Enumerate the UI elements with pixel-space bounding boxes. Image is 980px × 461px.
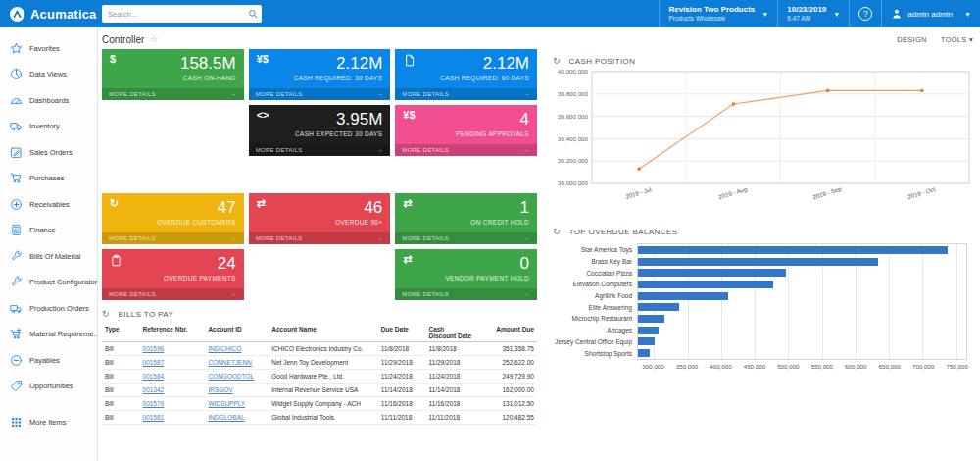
sidebar-item-more-items[interactable]: More Items [0,409,97,435]
sidebar-item-inventory[interactable]: Inventory [0,114,97,140]
table-row: Bill001596INDICHICOICHICO Electronics In… [102,342,537,356]
bar[interactable] [638,303,679,311]
sidebar-item-production-orders[interactable]: Production Orders [0,295,97,322]
sidebar-item-purchases[interactable]: Purchases [0,166,97,192]
reference-link[interactable]: 001596 [143,345,165,352]
arrow-right-icon: → [524,291,530,297]
sidebar-item-label: Inventory [29,122,60,130]
tile-value: 47 [102,193,244,216]
kpi-tile-grid-top: $158.5MCASH ON-HANDMORE DETAILS→¥$2.12MC… [102,49,537,156]
refresh-icon[interactable]: ↻ [102,310,110,319]
sidebar-item-dashboards[interactable]: Dashboards [0,87,97,114]
account-link[interactable]: CONGOODTOL [208,373,254,380]
account-link[interactable]: INDGLOBAL [208,414,244,421]
reference-link[interactable]: 001584 [143,373,165,380]
kpi-tile-on-credit-hold[interactable]: ⇄1ON CREDIT HOLDMORE DETAILS→ [395,193,537,244]
chevron-down-icon: ▼ [833,11,840,18]
more-details-link[interactable]: MORE DETAILS→ [102,288,244,300]
sidebar-item-receivables[interactable]: Receivables [0,191,97,218]
column-header-amount-due[interactable]: Amount Due [475,324,537,342]
favorite-star-icon[interactable]: ☆ [150,34,158,44]
bar[interactable] [638,315,664,323]
arrow-right-icon: → [377,91,383,97]
bar[interactable] [638,337,655,345]
bar[interactable] [638,269,786,277]
tile-label: PENDING APPROVALS [395,128,537,137]
sidebar-item-payables[interactable]: Payables [0,347,97,374]
tools-button[interactable]: TOOLS ▾ [941,35,973,44]
yen-dollar-icon: ¥$ [257,54,269,65]
more-details-link[interactable]: MORE DETAILS→ [395,288,537,300]
page-title: Controller [102,34,144,45]
kpi-tile-cash-expected-30-days[interactable]: <>3.95MCASH EXPECTED 30 DAYSMORE DETAILS… [249,105,391,156]
bar[interactable] [638,281,773,288]
more-details-link[interactable]: MORE DETAILS→ [102,88,244,100]
sidebar-item-product-configurator[interactable]: Product Configurator [0,270,97,296]
help-button[interactable]: ? [849,0,881,27]
reference-link[interactable]: 001579 [143,400,165,407]
dollar-icon: $ [110,54,116,65]
document-icon [403,54,416,69]
account-link[interactable]: CONNETJENN [208,359,251,366]
search-input[interactable] [108,10,248,19]
sidebar-item-opportunities[interactable]: Opportunities [0,374,97,400]
sidebar-item-bills-of-material[interactable]: Bills Of Material [0,243,97,270]
bar[interactable] [638,327,659,334]
column-header-reference-nbr[interactable]: Reference Nbr. [140,324,206,342]
company-branch-selector[interactable]: Revision Two Products Products Wholesale… [659,0,777,27]
column-header-account-name[interactable]: Account Name [269,324,378,342]
business-date-selector[interactable]: 10/23/2019 6:47 AM ▼ [777,0,849,27]
table-row: Bill001581INDGLOBALGlobal Industrial Too… [102,411,537,425]
account-link[interactable]: INDICHICO [208,345,241,352]
search-icon[interactable] [248,9,258,19]
kpi-tile-pending-approvals[interactable]: ¥$4PENDING APPROVALSMORE DETAILS→ [395,105,537,156]
sidebar-item-material-requireme[interactable]: Material Requireme... [0,322,97,348]
kpi-tile-vendor-payment-hold[interactable]: ⇄0VENDOR PAYMENT HOLDMORE DETAILS→ [395,249,537,300]
yen-dollar-icon: ¥$ [403,110,415,121]
bills-table: TypeReference Nbr.Account IDAccount Name… [102,324,537,425]
column-header-cash-discount-date[interactable]: Cash Discount Date [425,324,475,342]
svg-text:2019 - Aug: 2019 - Aug [717,185,748,201]
reference-link[interactable]: 001587 [143,359,165,366]
user-menu[interactable]: admin admin ▼ [881,0,980,27]
acumatica-logo[interactable]: Acumatica [0,0,98,27]
bar[interactable] [638,246,948,254]
kpi-tile-cash-on-hand[interactable]: $158.5MCASH ON-HANDMORE DETAILS→ [102,49,244,100]
sidebar-item-finance[interactable]: Finance [0,218,97,244]
refresh-icon[interactable]: ↻ [553,57,561,66]
sidebar-item-label: Finance [29,226,56,234]
bar[interactable] [638,349,650,357]
table-cell: 001587 [140,356,206,370]
more-details-link[interactable]: MORE DETAILS→ [102,232,244,244]
sidebar-item-favorites[interactable]: Favorites [0,35,97,62]
refresh-icon[interactable]: ↻ [553,228,561,236]
bar[interactable] [638,258,878,266]
more-details-link[interactable]: MORE DETAILS→ [395,232,537,244]
kpi-tile-cash-required-30-days[interactable]: ¥$2.12MCASH REQUIRED: 30 DAYSMORE DETAIL… [249,49,391,100]
column-header-account-id[interactable]: Account ID [205,324,269,342]
more-details-link[interactable]: MORE DETAILS→ [395,144,537,156]
design-button[interactable]: DESIGN [897,35,927,44]
sidebar-item-data-views[interactable]: Data Views [0,62,97,88]
more-details-link[interactable]: MORE DETAILS→ [249,232,391,244]
bar[interactable] [638,292,728,300]
column-header-type[interactable]: Type [102,324,140,342]
kpi-tile-overdue-payments[interactable]: 24OVERDUE PAYMENTSMORE DETAILS→ [102,249,244,300]
sidebar-item-sales-orders[interactable]: Sales Orders [0,139,97,166]
kpi-tile-overdue-90[interactable]: ⇄46OVERDUE 90+MORE DETAILS→ [249,193,391,244]
more-details-link[interactable]: MORE DETAILS→ [395,88,537,100]
more-details-link[interactable]: MORE DETAILS→ [249,144,391,156]
bar-row-brass-key-bar: Brass Key Bar [638,256,966,268]
kpi-tile-cash-required-60-days[interactable]: 2.12MCASH REQUIRED: 60 DAYSMORE DETAILS→ [395,49,537,100]
tile-label: CASH REQUIRED: 60 DAYS [395,72,537,81]
account-link[interactable]: IRSGOV [208,386,232,393]
reference-link[interactable]: 001342 [143,386,165,393]
tile-label: ON CREDIT HOLD [395,216,537,226]
svg-text:39,600,000: 39,600,000 [558,113,589,120]
tile-value: 3.95M [249,105,391,128]
more-details-link[interactable]: MORE DETAILS→ [249,88,391,100]
account-link[interactable]: WIDSUPPLY [208,400,245,407]
reference-link[interactable]: 001581 [143,414,165,421]
kpi-tile-overdue-customers[interactable]: ↻47OVERDUE CUSTOMERSMORE DETAILS→ [102,193,244,244]
column-header-due-date[interactable]: Due Date [378,324,426,342]
